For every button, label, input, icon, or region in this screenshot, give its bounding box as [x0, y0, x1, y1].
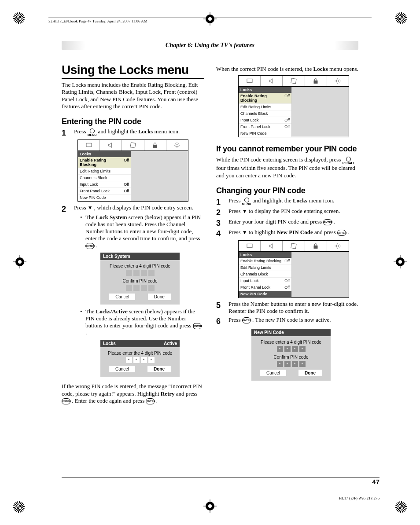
- dialog-title: Locks: [103, 341, 116, 346]
- bullet-text: .: [96, 242, 97, 249]
- cancel-button: Cancel: [109, 294, 135, 300]
- crop-mark-icon: [394, 255, 407, 268]
- tab-setup-icon: [283, 241, 305, 251]
- done-button: Done: [298, 370, 322, 376]
- svg-rect-16: [86, 143, 92, 147]
- registration-mark-icon: [395, 12, 407, 24]
- enter-button-icon: ENTER: [146, 398, 155, 404]
- tab-setup-icon: [283, 76, 305, 86]
- step-text: Press: [228, 208, 242, 214]
- step-text: . The new PIN code is now active.: [252, 316, 331, 323]
- recall-button-icon: [343, 156, 355, 165]
- step-text-bold: Locks: [293, 197, 307, 204]
- subsection-title: If you cannot remember your PIN code: [216, 144, 358, 154]
- dialog-text: Confirm PIN code: [254, 355, 328, 360]
- step-text: and press: [314, 229, 337, 235]
- dialog-status: Active: [164, 341, 177, 346]
- menu-row: New PIN Code: [78, 195, 131, 201]
- tab-audio-icon: [261, 241, 283, 251]
- tab-locks-icon: [305, 241, 327, 251]
- dialog-text: Please enter the 4 digit PIN code: [103, 351, 177, 356]
- step-text: to display the PIN code entering screen.: [249, 208, 340, 214]
- svg-point-11: [208, 17, 212, 21]
- menu-button-icon: [242, 197, 251, 206]
- right-column: When the correct PIN code is entered, th…: [216, 63, 358, 407]
- menu-panel-title: Locks: [78, 151, 131, 157]
- enter-button-icon: ENTER: [85, 243, 94, 249]
- menu-row: Front Panel LockOff: [239, 124, 291, 130]
- dialog-text: Confirm PIN code: [103, 279, 177, 283]
- footer-code: HL17 (E/F) Web 213:276: [339, 496, 379, 500]
- locks-menu-newpin-figure: Locks Enable Rating BlockingOff Edit Rat…: [238, 240, 349, 298]
- page-number: 47: [372, 478, 379, 485]
- bullet-text: The: [85, 214, 96, 220]
- bullet: The Locks/Active screen (below) appears …: [80, 308, 204, 336]
- step-number: 1: [62, 128, 74, 137]
- menu-row: Enable Rating BlockingOff: [239, 258, 291, 264]
- enter-button-icon: ENTER: [193, 323, 202, 329]
- dialog-title: Lock System: [103, 254, 130, 259]
- step-text: and highlight the: [98, 128, 138, 135]
- menu-button-icon: [88, 128, 97, 136]
- crop-mark-icon: [203, 12, 217, 26]
- step-text: , which displays the PIN code entry scre…: [94, 204, 193, 211]
- bottom-rule: [62, 477, 379, 477]
- enter-button-icon: ENTER: [323, 219, 332, 225]
- menu-panel-title: Locks: [239, 252, 291, 258]
- svg-rect-22: [314, 81, 317, 84]
- down-arrow-icon: ▼: [88, 205, 93, 211]
- bullet-text: .: [85, 329, 87, 336]
- enter-button-icon: ENTER: [62, 398, 70, 404]
- menu-row: Edit Rating Limits: [239, 104, 291, 110]
- step-text: Press: [74, 128, 88, 135]
- step-number: 6: [216, 316, 228, 325]
- step-3: 3 Enter your four-digit PIN code and pre…: [216, 218, 358, 227]
- svg-rect-20: [247, 79, 252, 83]
- step-2: 2 Press ▼ , which displays the PIN code …: [62, 204, 204, 380]
- svg-rect-17: [130, 143, 136, 148]
- wrong-pin-text: If the wrong PIN code is entered, the me…: [62, 383, 204, 404]
- svg-point-3: [18, 260, 22, 264]
- tab-audio-icon: [261, 76, 283, 86]
- svg-point-27: [337, 245, 339, 247]
- step-text: menu icon.: [154, 128, 180, 135]
- step-number: 2: [216, 208, 228, 217]
- step-text: Press the Number buttons to enter a new …: [228, 301, 358, 315]
- step-number: 4: [216, 229, 228, 238]
- tab-locks-icon: [144, 140, 166, 151]
- subsection-title: Entering the PIN code: [62, 117, 204, 126]
- chapter-header: Chapter 6: Using the TV's features: [62, 41, 358, 50]
- step-number: 5: [216, 301, 228, 309]
- step-text: Enter your four-digit PIN code and press: [228, 218, 323, 225]
- bullet-text-bold: Locks/Active: [96, 308, 127, 315]
- step-number: 1: [216, 197, 228, 206]
- step-6: 6 Press ENTER . The new PIN code is now …: [216, 316, 358, 325]
- step-text: menu icon.: [309, 197, 334, 204]
- bullet: The Lock System screen (below) appears i…: [80, 214, 204, 249]
- svg-point-19: [176, 144, 178, 146]
- step-text: .: [334, 218, 335, 225]
- registration-mark-icon: [13, 12, 25, 24]
- section-title: Using the Locks menu: [62, 63, 204, 79]
- cancel-button: Cancel: [109, 366, 135, 372]
- menu-row: Channels Block: [239, 271, 291, 278]
- tab-locks-icon: [305, 76, 327, 86]
- page: 32HL17_EN.book Page 47 Tuesday, April 24…: [0, 0, 420, 525]
- step-text: .: [347, 229, 349, 235]
- enter-button-icon: ENTER: [242, 317, 251, 323]
- done-button: Done: [148, 294, 171, 300]
- svg-rect-24: [247, 244, 252, 247]
- down-arrow-icon: ▼: [242, 208, 247, 214]
- menu-row: Enable Rating BlockingOff: [78, 157, 131, 168]
- menu-row: Input LockOff: [239, 117, 291, 124]
- left-column: Using the Locks menu The Locks menu incl…: [62, 63, 204, 407]
- svg-point-15: [208, 504, 212, 508]
- step-4: 4 Press ▼ to highlight New PIN Code and …: [216, 229, 358, 238]
- step-number: 3: [216, 218, 228, 227]
- bullet-text: The: [85, 308, 96, 315]
- step-text: Press: [74, 204, 88, 211]
- svg-point-23: [337, 80, 339, 82]
- lock-system-dialog-figure: Lock System Please enter a 4 digit PIN c…: [100, 253, 180, 305]
- menu-row: Front Panel LockOff: [239, 284, 291, 291]
- menu-row: Enable Rating BlockingOff: [239, 93, 291, 104]
